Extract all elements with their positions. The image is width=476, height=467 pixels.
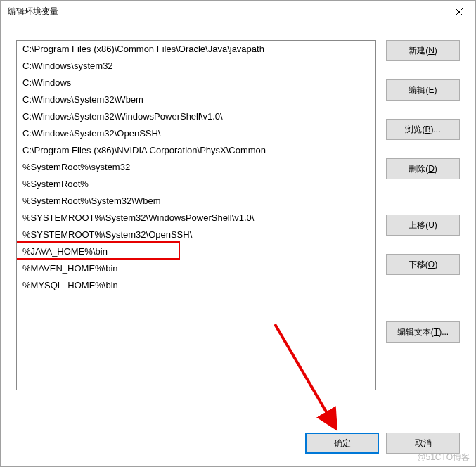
close-icon [456,8,463,15]
watermark: @51CTO博客 [417,452,470,463]
list-item[interactable]: C:\Windows\System32\OpenSSH\ [17,125,375,142]
list-item[interactable]: C:\Windows\system32 [17,58,375,75]
edit-button[interactable]: 编辑(E) [386,79,460,101]
delete-button[interactable]: 删除(D) [386,158,460,179]
movedown-button[interactable]: 下移(O) [386,254,460,275]
list-item[interactable]: C:\Program Files (x86)\Common Files\Orac… [17,41,375,58]
dialog-content: C:\Program Files (x86)\Common Files\Orac… [1,23,475,404]
titlebar: 编辑环境变量 [1,1,475,23]
list-item[interactable]: %JAVA_HOME%\bin [17,243,375,260]
list-item[interactable]: %SystemRoot%\System32\Wbem [17,193,375,210]
list-item[interactable]: %MAVEN_HOME%\bin [17,260,375,277]
list-item[interactable]: C:\Windows\System32\Wbem [17,91,375,108]
list-item[interactable]: %MYSQL_HOME%\bin [17,277,375,294]
list-item[interactable]: C:\Windows [17,75,375,91]
list-item[interactable]: %SYSTEMROOT%\System32\WindowsPowerShell\… [17,210,375,226]
list-item[interactable]: C:\Windows\System32\WindowsPowerShell\v1… [17,108,375,125]
list-item[interactable]: %SystemRoot%\system32 [17,159,375,176]
list-item[interactable]: %SYSTEMROOT%\System32\OpenSSH\ [17,226,375,243]
close-button[interactable] [443,1,475,23]
side-button-column: 新建(N) 编辑(E) 浏览(B)... 删除(D) 上移(U) 下移(O) 编… [386,40,460,390]
ok-button[interactable]: 确定 [305,433,379,454]
dialog-footer: 确定 取消 [305,433,460,454]
edittext-button[interactable]: 编辑文本(T)... [386,321,460,343]
list-item[interactable]: %SystemRoot% [17,176,375,193]
cancel-button[interactable]: 取消 [386,433,460,454]
path-listbox[interactable]: C:\Program Files (x86)\Common Files\Orac… [16,40,376,390]
list-item[interactable]: C:\Program Files (x86)\NVIDIA Corporatio… [17,142,375,159]
window-title: 编辑环境变量 [8,6,58,18]
browse-button[interactable]: 浏览(B)... [386,119,460,140]
new-button[interactable]: 新建(N) [386,40,460,61]
moveup-button[interactable]: 上移(U) [386,215,460,236]
